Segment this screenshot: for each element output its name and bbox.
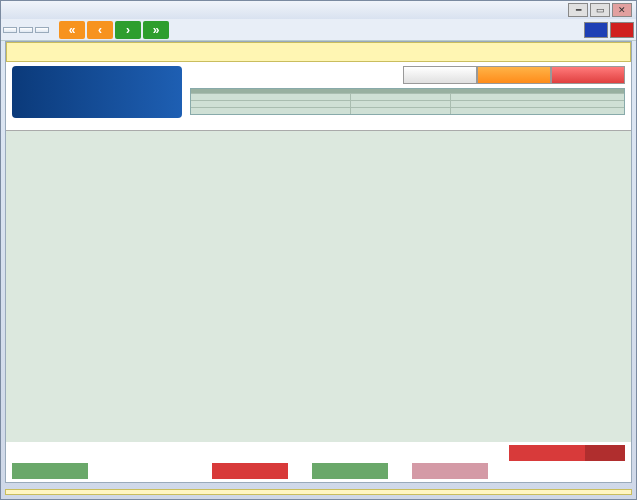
close-button[interactable]: ✕ bbox=[612, 3, 632, 17]
menu-funktionsmeny[interactable] bbox=[19, 27, 33, 33]
infobox-saljare-value bbox=[451, 94, 624, 100]
footer-top-val2 bbox=[585, 445, 625, 461]
footer-val-fors1 bbox=[312, 463, 388, 479]
footer-top-val1 bbox=[509, 445, 585, 461]
nav-last-icon[interactable]: » bbox=[143, 21, 169, 39]
info-box bbox=[190, 88, 625, 115]
menu-arkiv[interactable] bbox=[3, 27, 17, 33]
menu-gatill[interactable] bbox=[35, 27, 49, 33]
footer-val-kostnad bbox=[212, 463, 288, 479]
aterga-button[interactable] bbox=[477, 66, 551, 84]
infobox-from-datum-value bbox=[451, 101, 624, 107]
infobox-tom-datum-value bbox=[451, 108, 624, 114]
logo bbox=[12, 66, 182, 118]
footer-val-fors2 bbox=[412, 463, 488, 479]
table-header bbox=[6, 122, 631, 131]
infobox-tom-artnr-label bbox=[191, 108, 351, 114]
minimize-button[interactable]: ━ bbox=[568, 3, 588, 17]
flag-red-icon[interactable] bbox=[610, 22, 634, 38]
infobox-kundnr-label bbox=[191, 94, 351, 100]
nav-first-icon[interactable]: « bbox=[59, 21, 85, 39]
flag-blue-icon[interactable] bbox=[584, 22, 608, 38]
huvudmeny-button[interactable] bbox=[551, 66, 625, 84]
status-bar bbox=[5, 489, 632, 495]
infobox-from-artnr-label bbox=[191, 101, 351, 107]
nav-prev-icon[interactable]: ‹ bbox=[87, 21, 113, 39]
maximize-button[interactable]: ▭ bbox=[590, 3, 610, 17]
footer-val-vinst bbox=[12, 463, 88, 479]
nav-next-icon[interactable]: › bbox=[115, 21, 141, 39]
infobox-saljare-label bbox=[351, 94, 451, 100]
infobox-from-datum-label bbox=[351, 101, 451, 107]
table-body[interactable] bbox=[6, 131, 631, 442]
meny-button[interactable] bbox=[403, 66, 477, 84]
infobox-tom-datum-label bbox=[351, 108, 451, 114]
